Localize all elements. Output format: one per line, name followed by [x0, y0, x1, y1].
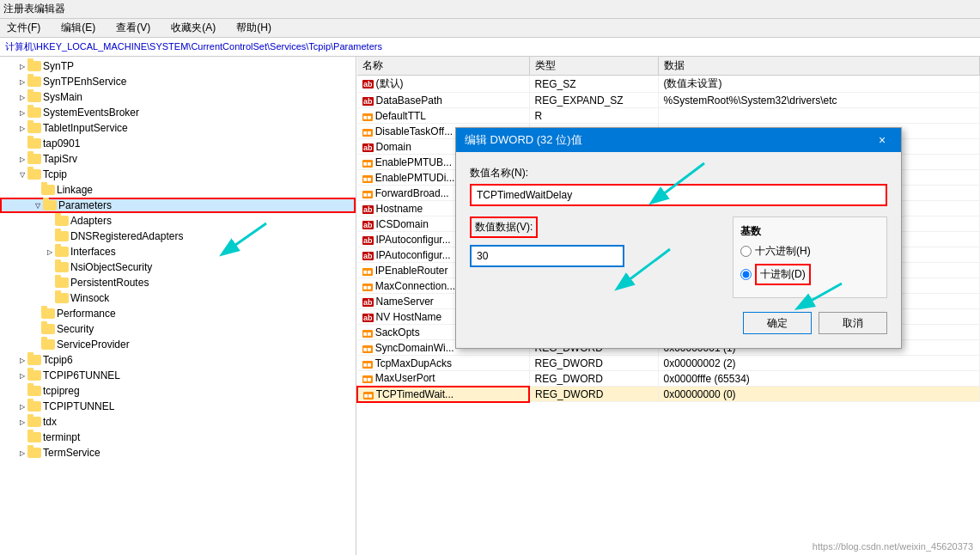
cell-name: ab(默认)	[357, 76, 529, 93]
tree-item-linkage[interactable]: ▷ Linkage	[0, 182, 356, 198]
data-field-label: 数值数据(V):	[470, 217, 538, 238]
tree-item-tcpip6[interactable]: ▷ Tcpip6	[0, 352, 356, 368]
tree-item-tap0901[interactable]: ▷ tap0901	[0, 136, 356, 151]
tree-label: tap0901	[43, 137, 80, 149]
tree-label: TCPIP6TUNNEL	[43, 369, 120, 381]
folder-icon	[27, 137, 41, 150]
tree-item-termservice[interactable]: ▷ TermService	[0, 445, 356, 460]
folder-icon	[41, 307, 55, 320]
tree-item-tcpipreg[interactable]: ▷ tcpipreg	[0, 383, 356, 399]
tree-item-sysmain[interactable]: ▷ SysMain	[0, 89, 356, 105]
tree-item-tapisrv[interactable]: ▷ TapiSrv	[0, 151, 356, 167]
tree-item-tdx[interactable]: ▷ tdx	[0, 414, 356, 430]
tree-item-persistentroutes[interactable]: ▷ PersistentRoutes	[0, 275, 356, 290]
tree-item-terminpt[interactable]: ▷ terminpt	[0, 430, 356, 445]
table-row[interactable]: ■■DefaultTTLR	[357, 108, 980, 124]
cell-name: ■■TCPTimedWait...	[357, 387, 529, 402]
folder-icon	[27, 384, 41, 398]
folder-icon	[27, 415, 41, 429]
folder-icon	[27, 75, 41, 88]
dec-radio[interactable]	[740, 269, 752, 280]
tree-item-systemeventbroker[interactable]: ▷ SystemEventsBroker	[0, 105, 356, 120]
tree-item-tcpiptunnel[interactable]: ▷ TCPIPTUNNEL	[0, 399, 356, 414]
table-row[interactable]: ■■TcpMaxDupAcksREG_DWORD0x00000002 (2)	[357, 356, 980, 371]
cell-type: REG_DWORD	[529, 356, 658, 371]
cell-data	[658, 108, 980, 124]
folder-icon	[27, 152, 41, 166]
tree-label: terminpt	[43, 431, 80, 443]
expand-icon: ▷	[17, 92, 27, 102]
table-row[interactable]: abDataBasePathREG_EXPAND_SZ%SystemRoot%\…	[357, 93, 980, 108]
table-row[interactable]: ab(默认)REG_SZ(数值未设置)	[357, 76, 980, 93]
dialog-content: 数值名称(N): 数值数据(V): 基数 十六进制(H) 十进制(	[456, 152, 901, 348]
expand-icon: ▷	[17, 355, 27, 365]
dec-radio-item[interactable]: 十进制(D)	[740, 264, 880, 285]
tree-label: Tcpip6	[43, 354, 73, 366]
tree-label: SystemEventsBroker	[43, 107, 139, 119]
tree-label: Winsock	[70, 292, 109, 304]
expand-icon: ▷	[17, 123, 27, 133]
tree-label: TabletInputService	[43, 122, 128, 134]
cell-name: ■■DefaultTTL	[357, 108, 529, 124]
dialog-left: 数值数据(V):	[470, 217, 722, 298]
title-text: 注册表编辑器	[3, 2, 65, 16]
folder-icon	[27, 369, 41, 382]
cell-data: (数值未设置)	[658, 76, 980, 93]
tree-item-tcpip[interactable]: ▽ Tcpip	[0, 167, 356, 182]
tree-item-performance[interactable]: ▷ Performance	[0, 306, 356, 321]
tree-item-winsock[interactable]: ▷ Winsock	[0, 290, 356, 306]
menu-file[interactable]: 文件(F)	[3, 21, 44, 35]
dialog-title: 编辑 DWORD (32 位)值	[465, 132, 582, 148]
name-input[interactable]	[470, 184, 887, 206]
menu-edit[interactable]: 编辑(E)	[58, 21, 99, 35]
tree-item-security[interactable]: ▷ Security	[0, 321, 356, 337]
tree-item-syntpenhservice[interactable]: ▷ SynTPEnhService	[0, 74, 356, 89]
title-bar: 注册表编辑器	[0, 0, 980, 19]
tree-item-adapters[interactable]: ▷ Adapters	[0, 213, 356, 229]
hex-radio[interactable]	[740, 246, 752, 257]
tree-panel: ▷ SynTP ▷ SynTPEnhService ▷ SysMain ▷ Sy…	[0, 57, 356, 555]
edit-dword-dialog[interactable]: 编辑 DWORD (32 位)值 × 数值名称(N): 数值数据(V): 基数 …	[455, 127, 902, 349]
tree-item-serviceprovider[interactable]: ▷ ServiceProvider	[0, 337, 356, 352]
data-input[interactable]	[470, 245, 624, 267]
menu-favorites[interactable]: 收藏夹(A)	[167, 21, 219, 35]
tree-item-parameters[interactable]: ▽ Parameters	[0, 198, 356, 213]
ok-button[interactable]: 确定	[743, 312, 812, 334]
folder-icon	[27, 121, 41, 135]
dialog-close-button[interactable]: ×	[872, 130, 892, 150]
folder-icon	[41, 322, 55, 336]
cancel-button[interactable]: 取消	[819, 312, 887, 334]
tree-item-dnsregistered[interactable]: ▷ DNSRegisteredAdapters	[0, 229, 356, 244]
menu-view[interactable]: 查看(V)	[113, 21, 154, 35]
folder-icon-syntp	[27, 59, 41, 73]
tree-label-performance: Performance	[57, 308, 116, 320]
folder-icon	[41, 183, 55, 197]
dialog-row: 数值数据(V): 基数 十六进制(H) 十进制(D)	[470, 217, 887, 298]
tree-item-tabletinputservice[interactable]: ▷ TabletInputService	[0, 120, 356, 136]
tree-item-nsiobjectsecurity[interactable]: ▷ NsiObjectSecurity	[0, 259, 356, 275]
folder-icon	[41, 338, 55, 351]
expand-icon: ▷	[17, 370, 27, 381]
expand-icon: ▷	[17, 448, 27, 458]
expand-icon: ▷	[17, 154, 27, 164]
expand-icon: ▷	[17, 76, 27, 87]
tree-label: TapiSrv	[43, 153, 77, 165]
folder-icon	[55, 229, 69, 243]
expand-icon: ▷	[17, 107, 27, 118]
tree-label-tcpip: Tcpip	[43, 168, 67, 180]
folder-icon	[55, 214, 69, 228]
tree-label: ServiceProvider	[57, 338, 130, 351]
tree-label: NsiObjectSecurity	[70, 261, 152, 273]
folder-icon	[27, 106, 41, 119]
tree-item-interfaces[interactable]: ▷ Interfaces	[0, 244, 356, 259]
base-label: 基数	[740, 224, 880, 239]
menu-help[interactable]: 帮助(H)	[233, 21, 275, 35]
hex-radio-item[interactable]: 十六进制(H)	[740, 244, 880, 259]
table-row[interactable]: ■■TCPTimedWait...REG_DWORD0x00000000 (0)	[357, 387, 980, 402]
table-row[interactable]: ■■MaxUserPortREG_DWORD0x0000fffe (65534)	[357, 371, 980, 387]
cell-type: R	[529, 108, 658, 124]
tree-item-syntp[interactable]: ▷ SynTP	[0, 58, 356, 74]
cell-data: 0x00000000 (0)	[658, 387, 980, 402]
tree-item-tcpip6tunnel[interactable]: ▷ TCPIP6TUNNEL	[0, 368, 356, 383]
cell-type: REG_DWORD	[529, 371, 658, 387]
